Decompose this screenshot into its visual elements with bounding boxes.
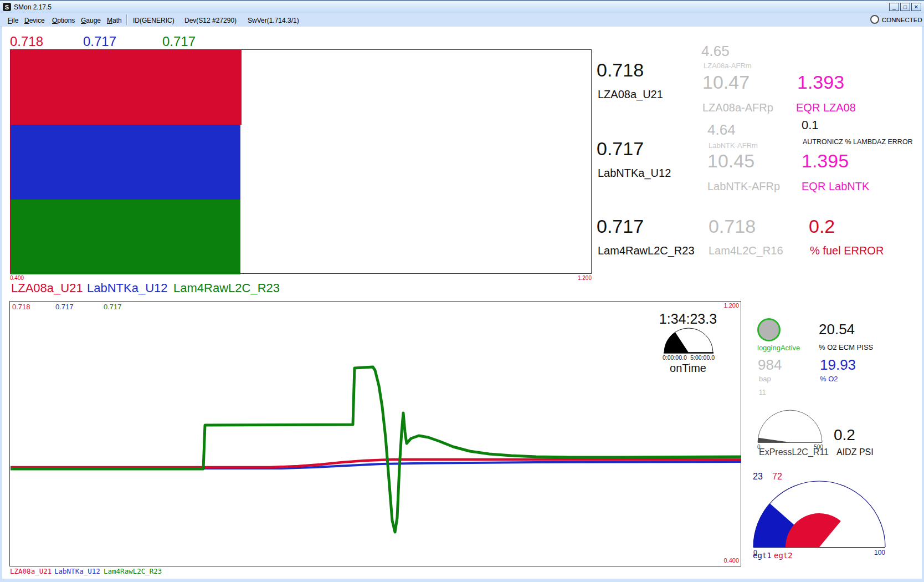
readout-eqr2-value: 1.395: [802, 150, 849, 172]
o2-label: % O2: [820, 375, 838, 383]
egt2-label: egt2: [774, 551, 793, 560]
menu-math-rest: ath: [112, 17, 122, 24]
readout-fuel-err-label: % fuel ERROR: [810, 244, 884, 257]
readout-afrm2-value: 4.64: [707, 121, 736, 139]
bar-labntka: [11, 125, 240, 200]
readout-lam4l2c-label: Lam4L2C_R16: [709, 244, 783, 257]
o2ecm-value: 20.54: [819, 321, 855, 338]
readout-eqr1-value: 1.393: [797, 72, 844, 93]
logging-active-indicator[interactable]: [757, 318, 781, 341]
connection-status: CONNECTED: [882, 17, 922, 23]
chart-corner-value-red: 0.718: [12, 303, 30, 311]
readout-g2-value: 0.717: [597, 138, 644, 160]
close-button[interactable]: ✕: [911, 3, 921, 11]
chart-corner-value-blue: 0.717: [55, 303, 74, 311]
logging-active-label: loggingActive: [757, 344, 800, 352]
readout-lambdaz-err-value: 0.1: [802, 118, 819, 132]
title-bar[interactable]: S SMon 2.17.5: [0, 1, 924, 13]
egt-gauge[interactable]: [752, 480, 886, 548]
expres-gauge[interactable]: [757, 409, 824, 443]
readout-afrm2-label: LabNTK-AFRm: [709, 141, 758, 150]
chart-ymin: 0.400: [723, 557, 739, 564]
menu-options-rest: ptions: [57, 17, 75, 24]
readout-g2-label: LabNTKa_U12: [598, 167, 671, 180]
bottom-legend-lza08a: LZA08a_U21: [10, 567, 52, 575]
connection-indicator-icon: [870, 15, 879, 24]
status-swver: SwVer(1.714.3/1): [248, 17, 299, 24]
menu-device-rest: evice: [29, 17, 45, 24]
chart-corner-value-green: 0.717: [104, 303, 122, 311]
readout-afrp1-value: 10.47: [702, 72, 750, 93]
menu-math-key: M: [107, 17, 112, 24]
bap-extra-value: 11: [759, 389, 766, 396]
menu-gauge[interactable]: Gauge: [79, 16, 103, 25]
readout-lambdaz-err-label: AUTRONICZ % LAMBDAZ ERROR: [803, 138, 913, 146]
legend-labntka: LabNTKa_U12: [87, 281, 168, 295]
bar-gauge-panel[interactable]: [10, 49, 592, 274]
bar-axis-min: 0.400: [10, 275, 24, 281]
menu-gauge-rest: auge: [86, 17, 101, 24]
maximize-button[interactable]: □: [900, 3, 910, 11]
legend-lza08a: LZA08a_U21: [11, 281, 83, 295]
menu-math[interactable]: Math: [105, 16, 124, 25]
o2ecm-label: % O2 ECM PISS: [819, 343, 873, 351]
menu-options-key: O: [52, 17, 57, 24]
ontime-max-label: 5:00:00.0: [690, 354, 715, 361]
egt-max-label: 100: [874, 549, 885, 557]
readout-afrm1-value: 4.65: [701, 43, 730, 60]
bottom-legend-labntka: LabNTKa_U12: [54, 567, 100, 575]
readout-lam4l2c-value: 0.718: [709, 216, 756, 237]
readout-fuel-err-value: 0.2: [809, 216, 835, 237]
bar-lam4raw: [11, 200, 240, 274]
menu-separator: [126, 14, 128, 25]
status-device-id: ID(GENERIC): [133, 17, 174, 24]
bar-lza08a: [11, 50, 242, 125]
strip-chart-series: [10, 302, 741, 566]
window-title: SMon 2.17.5: [14, 3, 52, 11]
readout-afrp2-value: 10.45: [707, 150, 754, 172]
menu-bar: File Device Options Gauge Math ID(GENERI…: [0, 13, 924, 27]
menu-device[interactable]: Device: [22, 16, 47, 25]
readout-g3-value: 0.717: [597, 216, 644, 237]
readout-g3-label: Lam4RawL2C_R23: [598, 244, 695, 257]
ontime-value: 1:34:23.3: [659, 311, 717, 327]
bap-label: bap: [759, 375, 771, 383]
top-value-lza08a: 0.718: [10, 34, 43, 49]
status-device: Dev(S12 #27290): [184, 17, 237, 24]
readout-afrp2-label: LabNTK-AFRp: [707, 180, 780, 193]
aidz-value: 0.2: [834, 426, 855, 444]
top-value-labntka: 0.717: [83, 34, 116, 49]
menu-options[interactable]: Options: [50, 16, 77, 25]
readout-g1-label: LZA08a_U21: [598, 88, 663, 101]
egt1-label: egt1: [753, 551, 772, 560]
legend-lam4raw: Lam4RawL2C_R23: [173, 281, 280, 295]
readout-g1-value: 0.718: [597, 59, 644, 81]
ontime-min-label: 0:00:00.0: [663, 354, 687, 361]
menu-file-rest: ile: [12, 17, 18, 24]
ontime-gauge[interactable]: [663, 327, 715, 354]
app-icon: S: [3, 3, 11, 11]
minimize-button[interactable]: _: [889, 3, 899, 11]
menu-file[interactable]: File: [6, 16, 20, 25]
readout-eqr2-label: EQR LabNTK: [802, 180, 869, 193]
bottom-legend-lam4raw: Lam4RawL2C_R23: [104, 567, 162, 575]
top-value-lam4raw: 0.717: [162, 34, 196, 49]
expres-label: ExPressL2C_R11: [759, 447, 829, 457]
bar-axis-max: 1.200: [578, 275, 592, 281]
readout-afrp1-label: LZA08a-AFRp: [702, 101, 773, 114]
menu-gauge-key: G: [81, 17, 86, 24]
menu-device-key: D: [24, 17, 29, 24]
readout-eqr1-label: EQR LZA08: [796, 101, 856, 114]
chart-ymax: 1.200: [723, 302, 739, 309]
smon-window: S SMon 2.17.5 _ □ ✕ File Device Options …: [0, 0, 924, 582]
bap-value: 984: [758, 356, 782, 374]
readout-afrm1-label: LZA08a-AFRm: [704, 62, 752, 70]
ontime-label: onTime: [670, 362, 706, 375]
o2-value: 19.93: [820, 356, 856, 374]
aidz-label: AIDZ PSI: [836, 447, 874, 457]
